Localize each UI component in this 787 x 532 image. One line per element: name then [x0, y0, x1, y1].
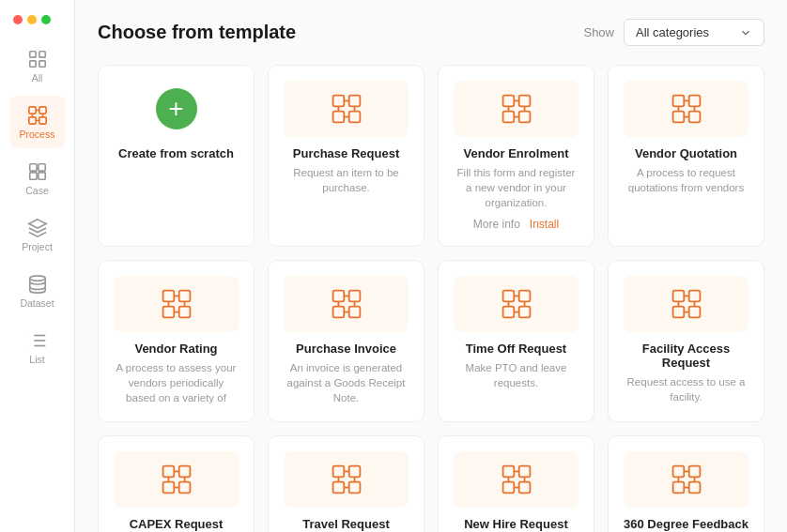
svg-rect-33	[502, 112, 514, 123]
card-vendor-enrolment-title: Vendor Enrolment	[464, 146, 569, 160]
svg-rect-72	[688, 291, 700, 302]
svg-rect-65	[502, 307, 514, 318]
card-vendor-rating[interactable]: Vendor Rating A process to assess your v…	[98, 260, 255, 421]
sidebar-item-process[interactable]: Process	[9, 96, 66, 148]
card-facility-access-title: Facility Access Request	[624, 342, 748, 370]
card-purchase-invoice[interactable]: Purchase Invoice An invoice is generated…	[268, 260, 424, 421]
svg-rect-63	[502, 291, 514, 302]
sidebar-item-list[interactable]: List	[9, 321, 66, 373]
svg-rect-97	[502, 481, 514, 493]
travel-icon-area	[284, 451, 409, 508]
sidebar-item-dataset[interactable]: Dataset	[9, 265, 66, 317]
svg-rect-95	[502, 465, 514, 477]
list-icon	[27, 330, 48, 351]
card-vendor-rating-title: Vendor Rating	[134, 342, 217, 356]
svg-rect-56	[348, 291, 360, 302]
process-template-icon-2	[500, 92, 533, 126]
card-capex-request[interactable]: CAPEX Request Request to get a capital e…	[98, 435, 255, 532]
svg-rect-34	[518, 112, 530, 123]
svg-rect-82	[178, 481, 190, 493]
card-time-off-desc: Make PTO and leave requests.	[454, 360, 579, 390]
process-icon	[27, 105, 48, 126]
svg-rect-58	[348, 307, 360, 318]
svg-rect-74	[688, 307, 700, 318]
close-light[interactable]	[13, 15, 23, 24]
process-template-icon-4	[160, 287, 193, 321]
svg-rect-90	[348, 481, 360, 493]
card-travel-title: Travel Request	[302, 517, 390, 531]
svg-rect-64	[518, 291, 530, 302]
svg-rect-1	[39, 51, 44, 56]
project-icon	[27, 218, 48, 238]
category-select-value: All categories	[636, 25, 709, 39]
card-time-off-request[interactable]: Time Off Request Make PTO and leave requ…	[438, 260, 594, 421]
traffic-lights	[0, 8, 51, 36]
maximize-light[interactable]	[41, 15, 51, 24]
svg-rect-79	[162, 465, 174, 477]
svg-rect-39	[672, 96, 684, 107]
svg-rect-57	[332, 307, 344, 318]
card-create-scratch[interactable]: + Create from scratch	[98, 65, 255, 247]
svg-rect-24	[348, 96, 360, 107]
sidebar-item-project[interactable]: Project	[9, 208, 66, 261]
card-purchase-request[interactable]: Purchase Request Request an item to be p…	[268, 65, 424, 247]
install-link[interactable]: Install	[530, 218, 559, 231]
card-time-off-title: Time Off Request	[466, 342, 566, 356]
sidebar-item-all-label: All	[32, 72, 43, 84]
header: Choose from template Show All categories	[98, 19, 764, 46]
card-create-scratch-title: Create from scratch	[118, 146, 234, 160]
card-new-hire-request[interactable]: New Hire Request Raise a request to hire…	[438, 435, 594, 532]
sidebar-item-dataset-label: Dataset	[20, 297, 54, 309]
process-template-icon-8	[160, 463, 193, 496]
card-360-title: 360 Degree Feedback	[624, 517, 748, 531]
category-select[interactable]: All categories	[624, 19, 764, 46]
svg-rect-103	[672, 465, 684, 477]
svg-rect-41	[672, 112, 684, 123]
capex-icon-area	[114, 451, 239, 508]
svg-rect-14	[29, 172, 36, 178]
process-template-icon-5	[330, 287, 363, 321]
svg-rect-5	[39, 106, 45, 113]
card-360-feedback[interactable]: 360 Degree Feedback A process to gather …	[608, 435, 764, 532]
card-travel-request[interactable]: Travel Request Request assistance for an…	[268, 435, 424, 532]
sidebar-item-process-label: Process	[20, 129, 55, 140]
sidebar-item-case[interactable]: Case	[9, 152, 66, 205]
svg-point-16	[29, 275, 45, 281]
svg-rect-4	[28, 106, 35, 113]
vendor-quotation-icon-area	[624, 81, 748, 137]
card-capex-title: CAPEX Request	[130, 517, 224, 531]
sidebar: All Process Case Projec	[0, 0, 75, 532]
sidebar-item-list-label: List	[29, 354, 44, 365]
case-icon	[27, 161, 48, 182]
purchase-request-icon-area	[284, 81, 409, 137]
svg-rect-31	[502, 96, 514, 107]
show-label: Show	[583, 25, 614, 39]
more-info-link[interactable]: More info	[473, 218, 520, 231]
card-vendor-enrolment[interactable]: Vendor Enrolment Fill this form and regi…	[438, 65, 594, 247]
svg-rect-40	[688, 96, 700, 107]
card-vendor-quotation-desc: A process to request quotations from ven…	[624, 165, 748, 195]
svg-rect-23	[332, 96, 344, 107]
process-template-icon-7	[670, 287, 703, 321]
process-template-icon-10	[500, 463, 533, 496]
show-filter-area: Show All categories	[583, 19, 764, 46]
card-facility-access[interactable]: Facility Access Request Request access t…	[608, 260, 764, 421]
minimize-light[interactable]	[27, 15, 37, 24]
svg-rect-105	[672, 481, 684, 493]
new-hire-icon-area	[454, 451, 579, 508]
svg-rect-87	[332, 465, 344, 477]
svg-rect-98	[518, 481, 530, 493]
svg-rect-96	[518, 465, 530, 477]
svg-rect-80	[178, 465, 190, 477]
process-template-icon	[330, 92, 363, 126]
card-purchase-request-title: Purchase Request	[293, 146, 399, 160]
card-vendor-quotation[interactable]: Vendor Quotation A process to request qu…	[608, 65, 764, 247]
svg-rect-81	[162, 481, 174, 493]
create-scratch-icon-area: +	[114, 81, 239, 137]
template-grid: + Create from scratch Purchase Request	[98, 65, 764, 532]
chevron-down-icon	[739, 26, 752, 39]
svg-rect-104	[688, 465, 700, 477]
svg-rect-106	[688, 481, 700, 493]
svg-rect-49	[162, 307, 174, 318]
sidebar-item-all[interactable]: All	[9, 39, 66, 92]
